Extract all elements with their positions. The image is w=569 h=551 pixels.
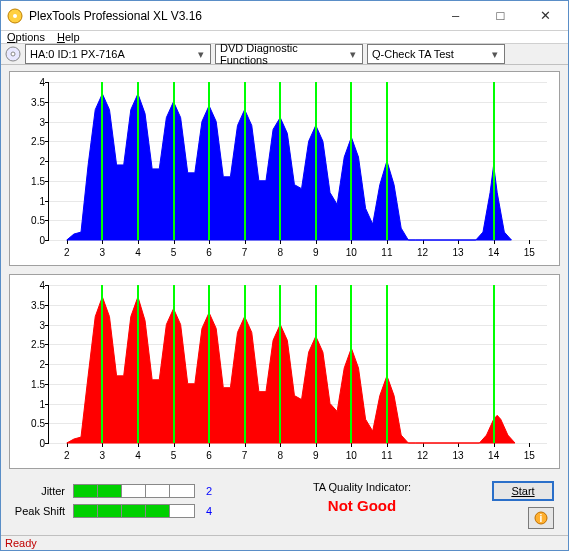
chevron-down-icon: ▾: [345, 48, 360, 61]
meter-segment: [170, 505, 194, 517]
x-tick-label: 3: [100, 450, 106, 461]
y-tick-label: 1: [19, 398, 45, 409]
x-tick-label: 11: [381, 450, 392, 461]
meter-segment: [122, 485, 146, 497]
disc-icon: [5, 46, 21, 62]
info-button[interactable]: i: [528, 507, 554, 529]
marker-line: [244, 82, 246, 240]
menu-options[interactable]: Options: [7, 31, 45, 43]
y-tick-label: 1.5: [19, 175, 45, 186]
marker-line: [315, 82, 317, 240]
meter-segment: [146, 485, 170, 497]
minimize-button[interactable]: –: [433, 1, 478, 30]
y-tick-label: 2: [19, 156, 45, 167]
marker-line: [208, 82, 210, 240]
peak-value: 4: [199, 505, 219, 517]
device-dropdown[interactable]: HA:0 ID:1 PX-716A ▾: [25, 44, 211, 64]
start-button[interactable]: Start: [492, 481, 554, 501]
quality-value: Not Good: [246, 497, 478, 514]
close-button[interactable]: ✕: [523, 1, 568, 30]
meter-segment: [74, 485, 98, 497]
svg-marker-4: [67, 94, 512, 240]
marker-line: [493, 285, 495, 443]
marker-line: [350, 82, 352, 240]
svg-point-1: [13, 14, 17, 18]
window-controls: – □ ✕: [433, 1, 568, 30]
x-tick-label: 14: [488, 247, 499, 258]
chevron-down-icon: ▾: [487, 48, 502, 61]
x-tick-label: 2: [64, 450, 70, 461]
marker-line: [279, 285, 281, 443]
marker-line: [350, 285, 352, 443]
mode-dropdown[interactable]: DVD Diagnostic Functions ▾: [215, 44, 363, 64]
jitter-label: Jitter: [11, 485, 73, 497]
y-tick-label: 3: [19, 116, 45, 127]
menu-help[interactable]: Help: [57, 31, 80, 43]
x-tick-label: 10: [346, 450, 357, 461]
meter-segment: [170, 485, 194, 497]
app-window: PlexTools Professional XL V3.16 – □ ✕ Op…: [0, 0, 569, 551]
marker-line: [101, 82, 103, 240]
plot-area-bottom: 00.511.522.533.5423456789101112131415: [48, 285, 547, 444]
device-dropdown-value: HA:0 ID:1 PX-716A: [30, 48, 125, 60]
peak-meter: [73, 504, 195, 518]
mode-dropdown-value: DVD Diagnostic Functions: [220, 42, 345, 66]
x-tick-label: 6: [206, 450, 212, 461]
y-tick-label: 0.5: [19, 418, 45, 429]
y-tick-label: 2.5: [19, 136, 45, 147]
window-title: PlexTools Professional XL V3.16: [29, 9, 433, 23]
y-tick-label: 1.5: [19, 378, 45, 389]
svg-point-3: [11, 52, 15, 56]
marker-line: [137, 82, 139, 240]
x-tick-label: 8: [277, 247, 283, 258]
x-tick-label: 14: [488, 450, 499, 461]
x-tick-label: 6: [206, 247, 212, 258]
marker-line: [386, 82, 388, 240]
y-tick-label: 3.5: [19, 299, 45, 310]
x-tick-label: 4: [135, 247, 141, 258]
test-dropdown[interactable]: Q-Check TA Test ▾: [367, 44, 505, 64]
meter-segment: [74, 505, 98, 517]
jitter-value: 2: [199, 485, 219, 497]
x-tick-label: 9: [313, 450, 319, 461]
marker-line: [173, 285, 175, 443]
marker-line: [244, 285, 246, 443]
test-dropdown-value: Q-Check TA Test: [372, 48, 454, 60]
marker-line: [315, 285, 317, 443]
maximize-button[interactable]: □: [478, 1, 523, 30]
metrics-panel: Jitter 2 Peak Shift 4: [11, 481, 246, 529]
x-tick-label: 15: [524, 247, 535, 258]
y-tick-label: 2: [19, 359, 45, 370]
chart-top: 00.511.522.533.5423456789101112131415: [9, 71, 560, 266]
jitter-meter: [73, 484, 195, 498]
jitter-row: Jitter 2: [11, 481, 246, 501]
x-tick-label: 8: [277, 450, 283, 461]
svg-text:i: i: [540, 513, 543, 524]
meter-segment: [98, 505, 122, 517]
status-text: Ready: [5, 537, 37, 549]
titlebar: PlexTools Professional XL V3.16 – □ ✕: [1, 1, 568, 31]
quality-label: TA Quality Indicator:: [246, 481, 478, 493]
x-tick-label: 2: [64, 247, 70, 258]
marker-line: [101, 285, 103, 443]
x-tick-label: 9: [313, 247, 319, 258]
info-icon: i: [534, 511, 548, 525]
peak-label: Peak Shift: [11, 505, 73, 517]
y-tick-label: 4: [19, 77, 45, 88]
quality-panel: TA Quality Indicator: Not Good: [246, 481, 478, 529]
bottom-panel: Jitter 2 Peak Shift 4 TA Quality Indicat…: [9, 477, 560, 533]
chevron-down-icon: ▾: [193, 48, 208, 61]
app-icon: [7, 8, 23, 24]
y-tick-label: 3: [19, 319, 45, 330]
y-tick-label: 3.5: [19, 96, 45, 107]
statusbar: Ready: [1, 535, 568, 550]
marker-line: [493, 82, 495, 240]
x-tick-label: 5: [171, 450, 177, 461]
x-tick-label: 4: [135, 450, 141, 461]
y-tick-label: 2.5: [19, 339, 45, 350]
x-tick-label: 3: [100, 247, 106, 258]
marker-line: [279, 82, 281, 240]
marker-line: [137, 285, 139, 443]
chart-bottom: 00.511.522.533.5423456789101112131415: [9, 274, 560, 469]
y-tick-label: 0: [19, 235, 45, 246]
